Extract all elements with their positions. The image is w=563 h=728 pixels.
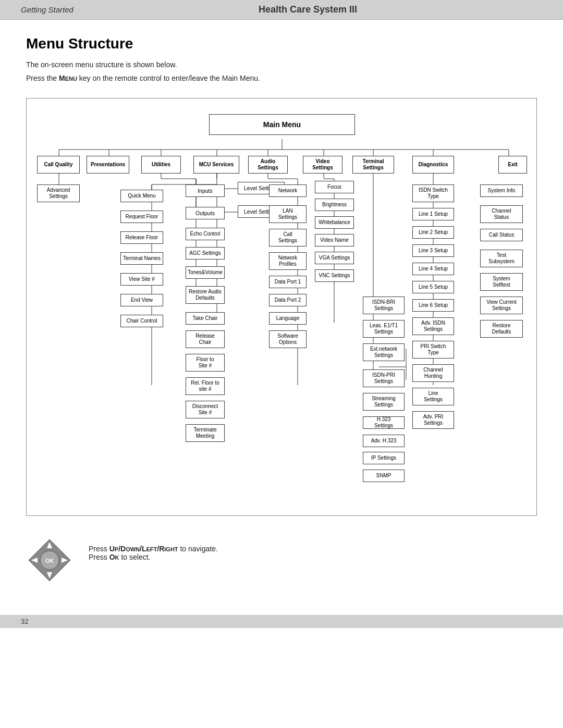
top-mcu: MCU Services (193, 156, 239, 174)
isdn-bri: ISDN-BRISettings (363, 297, 405, 314)
agc-settings: AGC Settings (186, 247, 225, 260)
floor-to-site: Floor toSite # (186, 354, 225, 372)
page-number-bar: 32 (0, 615, 563, 628)
intro2-bold: MENU (59, 74, 77, 82)
top-exit: Exit (498, 156, 527, 174)
footer-ok-key: OK (109, 553, 119, 561)
footer-section: OK Press UP/DOWN/LEFT/RIGHT to navigate.… (26, 537, 537, 584)
h323-settings: H.323Settings (363, 416, 405, 429)
system-selftest: SystemSelftest (480, 273, 523, 291)
ip-settings: IP Settings (363, 452, 405, 464)
channel-status: ChannelStatus (480, 205, 523, 223)
disconnect-site: DisconnectSite # (186, 401, 225, 418)
test-subsystem: TestSubsystem (480, 250, 523, 267)
pri-switch-type: PRI SwitchType (412, 341, 454, 359)
restore-defaults: RestoreDefaults (480, 320, 523, 338)
isdn-pri: ISDN-PRISettings (363, 369, 405, 387)
top-diagnostics: Diagnostics (412, 156, 454, 174)
footer-line2: Press OK to select. (89, 553, 218, 561)
top-presentations: Presentations (87, 156, 129, 174)
streaming-settings: StreamingSettings (363, 393, 405, 411)
network: Network (269, 184, 307, 197)
snmp: SNMP (363, 470, 405, 482)
leas-e1t1: Leas. E1/T1Settings (363, 320, 405, 338)
ext-network: Ext.networkSettings (363, 343, 405, 361)
header-center: Health Care System III (259, 4, 357, 15)
footer-line1: Press UP/DOWN/LEFT/RIGHT to navigate. (89, 545, 218, 553)
chair-control: Chair Control (120, 315, 163, 327)
view-site: View Site # (120, 273, 163, 286)
line5-setup: Line 5 Setup (412, 281, 454, 293)
system-info: System Info (480, 184, 523, 197)
main-menu-node: Main Menu (209, 114, 355, 135)
vnc-settings: VNC Settings (315, 269, 354, 282)
content-area: Menu Structure The on-screen menu struct… (0, 20, 563, 604)
view-current-settings: View CurrentSettings (480, 297, 523, 314)
header-left: Getting Started (21, 5, 74, 14)
quick-menu: Quick Menu (120, 190, 163, 202)
terminate-meeting: TerminateMeeting (186, 424, 225, 442)
take-chair: Take Chair (186, 312, 225, 325)
data-port1: Data Port 1 (269, 276, 307, 288)
restore-audio: Restore AudioDefaults (186, 286, 225, 304)
top-audio: AudioSettings (248, 156, 288, 174)
intro-paragraph-2: Press the MENU key on the remote control… (26, 74, 537, 82)
focus: Focus (315, 181, 354, 193)
language: Language (269, 312, 307, 325)
line1-setup: Line 1 Setup (412, 208, 454, 220)
network-profiles: Network Profiles (269, 252, 307, 270)
page-number: 32 (21, 618, 28, 625)
top-callquality: Call Quality (37, 156, 80, 174)
call-status: Call Status (480, 229, 523, 241)
adv-isdn-settings: Adv. ISDNSettings (412, 317, 454, 335)
diagram-container: Main Menu Call Quality Presentations Uti… (32, 104, 532, 510)
channel-hunting: ChannelHunting (412, 364, 454, 382)
release-chair: ReleaseChair (186, 330, 225, 348)
intro-paragraph-1: The on-screen menu structure is shown be… (26, 60, 537, 69)
line6-setup: Line 6 Setup (412, 299, 454, 312)
data-port2: Data Port 2 (269, 294, 307, 306)
whitebalance: Whitebalance (315, 216, 354, 229)
adv-h323: Adv. H.323 (363, 435, 405, 447)
inputs: Inputs (186, 184, 225, 197)
page-header: Getting Started Health Care System III (0, 0, 563, 20)
line4-setup: Line 4 Setup (412, 263, 454, 275)
software-options: SoftwareOptions (269, 330, 307, 348)
rel-floor-site: Rel. Floor tosite # (186, 377, 225, 395)
top-utilities: Utilities (141, 156, 181, 174)
echo-control: Echo Control (186, 228, 225, 240)
request-floor: Request Floor (120, 211, 163, 223)
line-settings: LineSettings (412, 388, 454, 405)
menu-diagram: Main Menu Call Quality Presentations Uti… (26, 98, 537, 516)
intro2-before: Press the (26, 74, 59, 82)
adv-pri-settings: Adv. PRISettings (412, 411, 454, 429)
line3-setup: Line 3 Setup (412, 244, 454, 257)
vga-settings: VGA Settings (315, 252, 354, 264)
svg-text:OK: OK (45, 558, 54, 564)
call-settings: CallSettings (269, 229, 307, 246)
footer-text: Press UP/DOWN/LEFT/RIGHT to navigate. Pr… (89, 537, 218, 561)
tones-volume: Tones&Volume (186, 266, 225, 279)
terminal-names: Terminal Names (120, 252, 163, 265)
intro2-after: key on the remote control to enter/leave… (77, 74, 260, 82)
footer-nav-keys: UP/DOWN/LEFT/RIGHT (109, 545, 178, 553)
advanced-settings: AdvancedSettings (37, 184, 80, 202)
release-floor: Release Floor (120, 231, 163, 244)
outputs: Outputs (186, 207, 225, 219)
top-video: VideoSettings (303, 156, 342, 174)
brightness: Brightness (315, 199, 354, 211)
isdn-switch-type: ISDN SwitchType (412, 184, 454, 202)
video-name: Video Name (315, 234, 354, 246)
dpad-svg: OK (26, 537, 73, 584)
page-title: Menu Structure (26, 35, 537, 52)
lan-settings: LANSettings (269, 205, 307, 223)
page: Getting Started Health Care System III M… (0, 0, 563, 728)
line2-setup: Line 2 Setup (412, 226, 454, 239)
dpad: OK (26, 537, 73, 584)
top-terminal: TerminalSettings (352, 156, 394, 174)
end-view: End View (120, 294, 163, 306)
